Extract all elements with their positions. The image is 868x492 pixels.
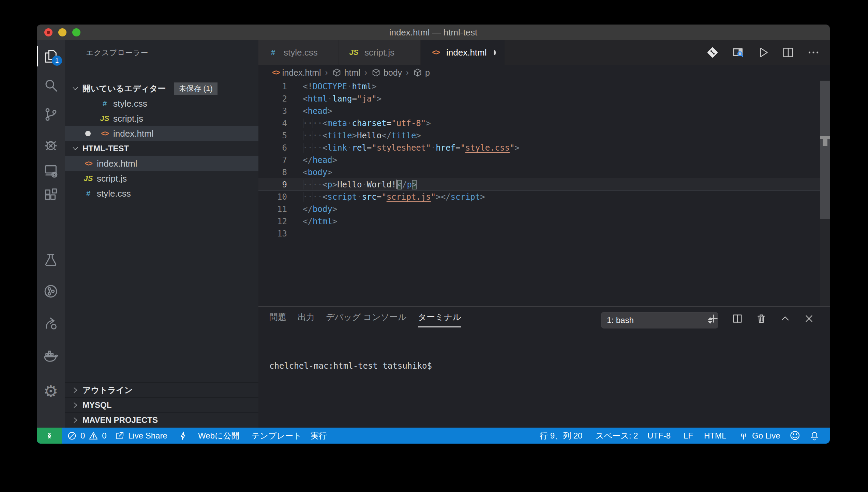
code-token: html [352,82,372,91]
project-header[interactable]: HTML-TEST [65,141,258,156]
file-row-index.html[interactable]: <>index.html [65,156,258,171]
toolbar-git-icon[interactable] [706,46,719,59]
sidebar-section-MAVEN PROJECTS[interactable]: MAVEN PROJECTS [65,412,258,428]
zoom-button[interactable] [72,28,80,36]
status-eol[interactable]: LF [684,428,693,444]
code-token: > [332,180,337,189]
status-template[interactable]: テンプレート [252,428,302,444]
symbol-cube-icon [332,68,342,77]
activity-item-debug[interactable] [37,133,65,157]
code-line-13[interactable]: 13 [258,228,820,240]
code-line-5[interactable]: 5····<title>Hello</title> [258,129,820,142]
code-line-1[interactable]: 1<!DOCTYPE·html> [258,80,820,93]
status-go-live[interactable]: Go Live [738,428,780,444]
panel-action-add-terminal-icon[interactable] [708,313,719,324]
panel-action-kill-terminal-icon[interactable] [755,313,767,324]
code-line-7[interactable]: 7</head> [258,154,820,166]
panel-tab-問題[interactable]: 問題 [269,311,286,327]
activity-item-search[interactable] [37,73,65,97]
activity-item-explorer[interactable]: 1 [37,44,65,68]
remote-indicator[interactable] [37,428,62,444]
line-number: 1 [258,80,287,93]
toolbar-more-actions-icon[interactable] [807,46,820,59]
breadcrumb-item-p[interactable]: p [413,68,430,78]
file-row-index.html[interactable]: <>index.html [65,126,258,141]
panel-tab-ターミナル[interactable]: ターミナル [418,311,461,327]
activity-item-test[interactable] [37,248,65,272]
status-notifications[interactable] [809,428,820,444]
toolbar-split-editor-icon[interactable] [781,46,795,59]
sidebar-section-アウトライン[interactable]: アウトライン [65,382,258,398]
terminal-prompt[interactable]: chelchel-mac:html-test tatsuhiko$ [269,361,432,371]
status-feedback[interactable]: ☺ [790,428,800,444]
code-token: < [323,119,327,128]
status-language-mode[interactable]: HTML [704,428,726,444]
file-row-script.js[interactable]: JSscript.js [65,171,258,186]
file-row-script.js[interactable]: JSscript.js [65,111,258,126]
code-token: script [327,192,357,202]
code-line-10[interactable]: 10····<script·src="script.js"></script> [258,191,820,203]
toolbar-open-preview-icon[interactable] [731,46,745,59]
code-token: > [436,192,440,202]
status-problems[interactable]: 00 [67,428,107,444]
code-line-12[interactable]: 12</html> [258,215,820,228]
code-line-6[interactable]: 6····<link·rel="stylesheet"·href="style.… [258,142,820,154]
code-line-4[interactable]: 4····<meta·charset="utf-8"> [258,117,820,129]
activity-item-extensions[interactable] [37,183,65,207]
minimize-button[interactable] [58,28,66,36]
tab-script.js[interactable]: JSscript.js [339,40,421,65]
breadcrumb-item-index.html[interactable]: <>index.html [272,68,321,78]
editor-scrollbar[interactable] [820,80,830,306]
tab-index.html[interactable]: <>index.html [421,40,505,65]
file-row-style.css[interactable]: #style.css [65,96,258,111]
maximize-panel-icon [779,313,791,324]
line-text: ····<p>Hello·World!</p> [303,179,417,191]
panel-tab-出力[interactable]: 出力 [298,311,315,327]
status-run[interactable]: 実行 [311,428,327,444]
shell-select-value: 1: bash [607,316,634,325]
close-button[interactable] [44,28,53,36]
tab-style.css[interactable]: #style.css [258,40,339,65]
status-cursor-position[interactable]: 行 9、列 20 [540,428,582,444]
gear-icon: ⚙ [43,383,58,399]
status-encoding[interactable]: UTF-8 [647,428,671,444]
terminal-shell-select[interactable]: 1: bash [601,312,718,328]
code-line-9[interactable]: 9····<p>Hello·World!</p> [258,179,820,191]
code-token: > [327,106,332,116]
panel-action-maximize-panel-icon[interactable] [779,313,791,324]
title-bar[interactable]: index.html — html-test [37,25,830,40]
breadcrumb[interactable]: <>index.html›html›body›p [258,65,820,80]
file-row-style.css[interactable]: #style.css [65,186,258,201]
status-bolt[interactable] [178,428,188,444]
status-live-share[interactable]: Live Share [115,428,167,444]
code-token: < [303,168,308,177]
panel-tab-デバッグ コンソール[interactable]: デバッグ コンソール [326,311,407,327]
sidebar-section-MYSQL[interactable]: MYSQL [65,397,258,413]
live-share-label: Live Share [128,431,167,441]
activity-item-remote-explorer[interactable] [37,158,65,183]
scrollbar-thumb[interactable] [820,81,830,219]
activity-item-source-control[interactable] [37,102,65,127]
code-editor[interactable]: 1<!DOCTYPE·html>2<html·lang="ja">3<head>… [258,80,820,306]
breadcrumb-item-body[interactable]: body [371,68,402,78]
activity-item-git-graph[interactable] [37,279,65,304]
project-label: HTML-TEST [83,144,129,153]
code-line-3[interactable]: 3<head> [258,105,820,117]
open-editors-header[interactable]: 開いているエディター未保存 (1) [65,81,258,96]
code-line-8[interactable]: 8<body> [258,166,820,179]
code-token: > [332,204,337,214]
split-terminal-icon [732,313,743,324]
tab-label: index.html [446,47,487,58]
breadcrumb-item-html[interactable]: html [332,68,360,78]
status-indentation[interactable]: スペース: 2 [596,428,638,444]
code-line-2[interactable]: 2<html·lang="ja"> [258,93,820,105]
toolbar-run-code-icon[interactable] [756,46,770,59]
activity-item-live-share[interactable] [37,311,65,336]
panel-action-split-terminal-icon[interactable] [732,313,743,324]
activity-item-docker[interactable] [37,344,65,368]
breadcrumb-separator: › [364,68,367,77]
status-publish-web[interactable]: Webに公開 [198,428,239,444]
panel-action-close-panel-icon[interactable] [803,313,815,324]
code-line-11[interactable]: 11</body> [258,203,820,215]
activity-item-settings[interactable]: ⚙ [37,379,65,403]
